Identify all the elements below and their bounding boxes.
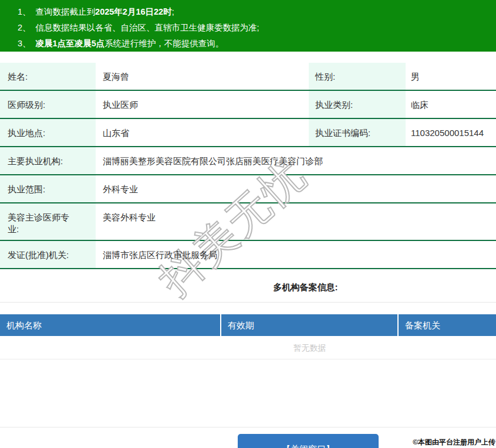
- field-value: 夏海曾: [96, 63, 309, 90]
- no-data-message: 暂无数据: [0, 336, 496, 359]
- field-value: 山东省: [96, 119, 309, 146]
- multi-institution-heading: 多机构备案信息:: [0, 269, 496, 303]
- notice-number: 3、: [18, 39, 31, 48]
- field-label: 执业证书编码:: [309, 119, 406, 146]
- table-row-main-institution: 主要执业机构: 淄博丽美整形美容医院有限公司张店丽美医疗美容门诊部: [0, 147, 496, 175]
- field-value: 男: [406, 63, 496, 90]
- notice-bar: 1、查询数据截止到2025年2月16日22时; 2、信息数据结果以各省、自治区、…: [0, 0, 496, 52]
- notice-number: 1、: [18, 7, 31, 16]
- field-label: 医师级别:: [0, 91, 96, 118]
- field-label: 主要执业机构:: [0, 147, 96, 174]
- table-row-practice-scope: 执业范围: 外科专业: [0, 175, 496, 203]
- field-label: 性别:: [309, 63, 406, 90]
- field-value: 执业医师: [96, 91, 309, 118]
- column-header-record-authority: 备案机关: [399, 314, 496, 336]
- notice-text-bold: 2025年2月16日22时: [95, 7, 172, 16]
- table-row-cosmetic-specialty: 美容主诊医师专业: 美容外科专业: [0, 203, 496, 241]
- field-value: 淄博丽美整形美容医院有限公司张店丽美医疗美容门诊部: [96, 147, 496, 174]
- doctor-info-table: 姓名: 夏海曾 性别: 男 医师级别: 执业医师 执业类别: 临床 执业地点: …: [0, 63, 496, 269]
- field-value: 临床: [406, 91, 496, 118]
- table-row-location-certificate: 执业地点: 山东省 执业证书编码: 110320500015144: [0, 119, 496, 147]
- field-label: 执业类别:: [309, 91, 406, 118]
- notice-text: ;: [172, 7, 174, 16]
- table-row-issuing-authority: 发证(批准)机关: 淄博市张店区行政审批服务局: [0, 241, 496, 269]
- field-label: 姓名:: [0, 63, 96, 90]
- column-header-institution-name: 机构名称: [0, 314, 221, 336]
- notice-number: 2、: [18, 23, 31, 32]
- table-row-level-category: 医师级别: 执业医师 执业类别: 临床: [0, 91, 496, 119]
- notice-line-3: 3、凌晨1点至凌晨5点系统进行维护，不能提供查询。: [18, 36, 490, 52]
- field-label: 执业地点:: [0, 119, 96, 146]
- field-value: 外科专业: [96, 175, 496, 202]
- query-result-page: 1、查询数据截止到2025年2月16日22时; 2、信息数据结果以各省、自治区、…: [0, 0, 496, 448]
- field-value: 110320500015144: [406, 119, 496, 146]
- table-row-name-gender: 姓名: 夏海曾 性别: 男: [0, 63, 496, 91]
- footer-bar: 【关闭窗口】 ©本图由平台注册用户上传: [0, 427, 496, 448]
- copyright-note: ©本图由平台注册用户上传: [413, 437, 495, 447]
- field-label: 美容主诊医师专业:: [0, 203, 96, 240]
- notice-text: 查询数据截止到: [36, 7, 96, 16]
- notice-text: 系统进行维护，不能提供查询。: [104, 39, 224, 48]
- records-table-header: 机构名称 有效期 备案机关: [0, 314, 496, 336]
- notice-text: 信息数据结果以各省、自治区、直辖市卫生健康委数据为准;: [36, 23, 259, 32]
- notice-line-1: 1、查询数据截止到2025年2月16日22时;: [18, 4, 490, 20]
- field-label: 发证(批准)机关:: [0, 241, 96, 268]
- field-value: 淄博市张店区行政审批服务局: [96, 241, 496, 268]
- notice-text-bold: 凌晨1点至凌晨5点: [36, 39, 105, 48]
- column-header-validity-period: 有效期: [221, 314, 399, 336]
- notice-line-2: 2、信息数据结果以各省、自治区、直辖市卫生健康委数据为准;: [18, 20, 490, 36]
- field-label: 执业范围:: [0, 175, 96, 202]
- close-window-button[interactable]: 【关闭窗口】: [238, 434, 379, 448]
- field-value: 美容外科专业: [96, 203, 496, 240]
- blank-area: [0, 359, 496, 427]
